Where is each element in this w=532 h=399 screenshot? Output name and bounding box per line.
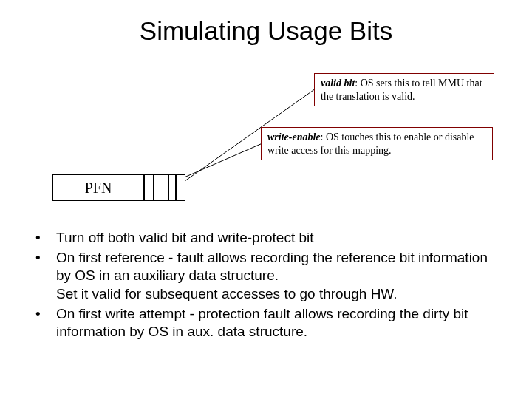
pfn-field: PFN: [52, 174, 144, 201]
bullet-2-text: On first reference - fault allows record…: [56, 249, 501, 304]
pte-bit-a: [144, 174, 154, 201]
callout-write-term: write-enable: [267, 132, 321, 143]
callout-write-enable: write-enable: OS touches this to enable …: [261, 127, 493, 160]
bullet-1: • Turn off both valid bit and write-prot…: [35, 229, 501, 248]
bullet-icon: •: [35, 249, 56, 304]
bullet-1-text: Turn off both valid bit and write-protec…: [56, 229, 501, 248]
pte-bit-d: [176, 174, 185, 201]
bullet-3-text: On first write attempt - protection faul…: [56, 305, 501, 341]
bullet-3: • On first write attempt - protection fa…: [35, 305, 501, 341]
bullet-icon: •: [35, 229, 56, 248]
page-table-entry: PFN: [52, 174, 185, 201]
callout-valid-bit: valid bit: OS sets this to tell MMU that…: [314, 73, 494, 106]
bullet-icon: •: [35, 305, 56, 341]
slide-title: Simulating Usage Bits: [0, 0, 532, 46]
callout-valid-term: valid bit: [321, 78, 355, 89]
bullet-2: • On first reference - fault allows reco…: [35, 249, 501, 304]
pte-bit-c: [168, 174, 176, 201]
pte-bit-b: [154, 174, 168, 201]
bullet-list: • Turn off both valid bit and write-prot…: [35, 229, 501, 343]
